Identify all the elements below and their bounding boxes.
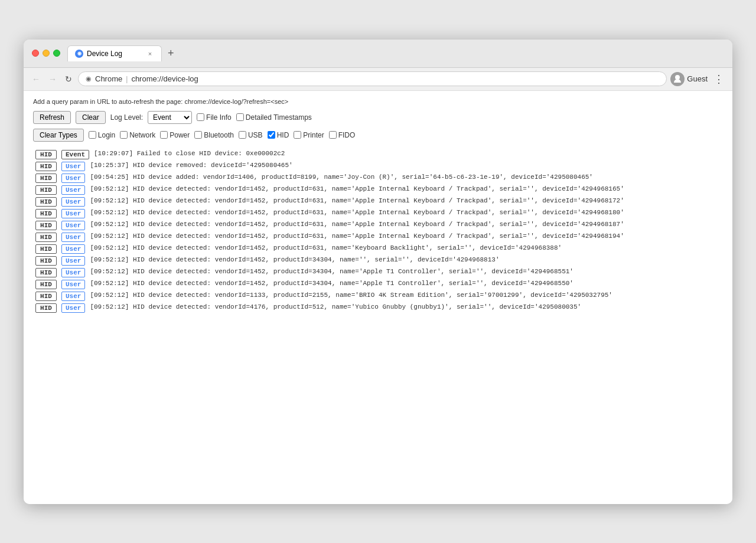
info-bar: Add a query param in URL to auto-refresh…: [33, 98, 723, 105]
log-category-badge: HID: [35, 256, 57, 266]
log-category-badge: HID: [35, 174, 57, 183]
log-row: HIDUser[10:25:37] HID device removed: de…: [33, 161, 723, 172]
guest-label: Guest: [687, 74, 708, 83]
address-bar[interactable]: ◉ Chrome | chrome://device-log: [78, 71, 667, 86]
type-login-label[interactable]: Login: [89, 131, 115, 139]
log-row: HIDUser[09:52:12] HID device detected: v…: [33, 220, 723, 231]
log-row: HIDUser[09:52:12] HID device detected: v…: [33, 279, 723, 290]
type-printer-checkbox[interactable]: [294, 131, 301, 139]
file-info-checkbox[interactable]: [197, 113, 204, 121]
log-row: HIDUser[09:52:12] HID device detected: v…: [33, 255, 723, 267]
log-message: [09:52:12] HID device detected: vendorId…: [90, 197, 721, 204]
type-bluetooth-label[interactable]: Bluetooth: [194, 131, 234, 139]
minimize-button[interactable]: [43, 50, 50, 57]
type-network-text: Network: [129, 131, 155, 139]
page-content: Add a query param in URL to auto-refresh…: [24, 91, 732, 504]
log-row: HIDUser[09:52:12] HID device detected: v…: [33, 231, 723, 243]
log-message: [09:52:12] HID device detected: vendorId…: [90, 292, 721, 299]
types-row: Clear Types Login Network Power Bluetoot…: [33, 129, 723, 142]
log-category-badge: HID: [35, 268, 57, 277]
type-hid-checkbox[interactable]: [268, 131, 275, 139]
log-category-badge: HID: [35, 185, 57, 195]
svg-point-0: [675, 75, 680, 80]
log-category-badge: HID: [35, 233, 57, 242]
log-level-badge: User: [61, 197, 85, 207]
log-message: [09:52:12] HID device detected: vendorId…: [90, 268, 721, 275]
type-login-checkbox[interactable]: [89, 131, 96, 139]
file-info-checkbox-label[interactable]: File Info: [197, 113, 232, 122]
log-message: [09:52:12] HID device detected: vendorId…: [90, 256, 721, 263]
type-fido-checkbox[interactable]: [329, 131, 337, 139]
log-message: [10:25:37] HID device removed: deviceId=…: [90, 162, 721, 169]
tab-close-button[interactable]: ×: [146, 50, 154, 57]
log-category-badge: HID: [35, 221, 57, 230]
log-table: HIDEvent[10:29:07] Failed to close HID d…: [33, 149, 723, 314]
type-network-label[interactable]: Network: [120, 131, 155, 139]
log-level-badge: User: [61, 268, 85, 277]
type-bluetooth-checkbox[interactable]: [194, 131, 202, 139]
new-tab-button[interactable]: +: [164, 46, 178, 61]
type-power-text: Power: [170, 131, 190, 139]
browser-menu-button[interactable]: ⋮: [711, 71, 726, 87]
type-fido-label[interactable]: FIDO: [329, 131, 356, 139]
log-row: HIDUser[09:52:12] HID device detected: v…: [33, 267, 723, 279]
log-level-badge: User: [61, 221, 85, 230]
type-login-text: Login: [98, 131, 115, 139]
log-category-badge: HID: [35, 162, 57, 171]
log-level-badge: User: [61, 292, 85, 301]
detailed-timestamps-checkbox-label[interactable]: Detailed Timestamps: [236, 113, 312, 122]
nav-bar: ← → ↻ ◉ Chrome | chrome://device-log Gue…: [24, 68, 732, 91]
browser-window: ◉ Device Log × + ← → ↻ ◉ Chrome | chrome…: [24, 40, 732, 504]
log-level-badge: User: [61, 162, 85, 171]
detailed-timestamps-label: Detailed Timestamps: [246, 113, 312, 122]
type-power-label[interactable]: Power: [160, 131, 190, 139]
log-category-badge: HID: [35, 303, 57, 313]
guest-button[interactable]: Guest: [670, 72, 708, 86]
log-row: HIDUser[09:52:12] HID device detected: v…: [33, 184, 723, 196]
type-printer-label[interactable]: Printer: [294, 131, 324, 139]
log-category-badge: HID: [35, 150, 57, 159]
detailed-timestamps-checkbox[interactable]: [236, 113, 244, 121]
log-message: [09:52:12] HID device detected: vendorId…: [90, 221, 721, 228]
log-category-badge: HID: [35, 244, 57, 254]
traffic-lights: [32, 50, 60, 57]
title-bar: ◉ Device Log × +: [24, 40, 732, 68]
type-hid-label[interactable]: HID: [268, 131, 289, 139]
close-button[interactable]: [32, 50, 39, 57]
log-level-badge: User: [61, 185, 85, 195]
log-level-badge: User: [61, 209, 85, 218]
reload-button[interactable]: ↻: [63, 73, 74, 85]
back-button[interactable]: ←: [30, 73, 43, 85]
log-row: HIDUser[09:52:12] HID device detected: v…: [33, 290, 723, 302]
refresh-button[interactable]: Refresh: [33, 111, 71, 124]
type-printer-text: Printer: [303, 131, 324, 139]
controls-row: Refresh Clear Log Level: Verbose Info Ev…: [33, 111, 723, 124]
log-row: HIDUser[09:52:12] HID device detected: v…: [33, 196, 723, 208]
url-separator: |: [126, 75, 128, 83]
log-row: HIDEvent[10:29:07] Failed to close HID d…: [33, 149, 723, 161]
maximize-button[interactable]: [53, 50, 60, 57]
log-category-badge: HID: [35, 209, 57, 218]
active-tab[interactable]: ◉ Device Log ×: [67, 45, 162, 61]
tab-favicon: ◉: [75, 50, 83, 58]
log-level-badge: User: [61, 233, 85, 242]
log-message: [10:29:07] Failed to close HID device: 0…: [94, 150, 721, 157]
log-level-badge: Event: [61, 150, 89, 159]
clear-types-button[interactable]: Clear Types: [33, 129, 84, 142]
type-power-checkbox[interactable]: [160, 131, 168, 139]
chrome-icon: ◉: [86, 75, 92, 83]
log-message: [09:52:12] HID device detected: vendorId…: [90, 209, 721, 216]
log-level-badge: User: [61, 303, 85, 313]
type-network-checkbox[interactable]: [120, 131, 128, 139]
log-level-badge: User: [61, 280, 85, 289]
log-message: [09:52:12] HID device detected: vendorId…: [90, 303, 721, 310]
log-message: [09:52:12] HID device detected: vendorId…: [90, 233, 721, 240]
clear-button[interactable]: Clear: [76, 111, 106, 124]
log-message: [09:52:12] HID device detected: vendorId…: [90, 185, 721, 192]
log-level-select[interactable]: Verbose Info Event Warning Error: [148, 111, 192, 124]
forward-button[interactable]: →: [46, 73, 59, 85]
log-level-badge: User: [61, 244, 85, 254]
type-bluetooth-text: Bluetooth: [204, 131, 234, 139]
type-usb-label[interactable]: USB: [239, 131, 263, 139]
type-usb-checkbox[interactable]: [239, 131, 246, 139]
